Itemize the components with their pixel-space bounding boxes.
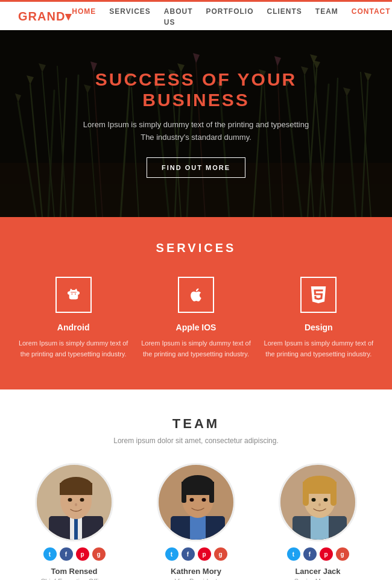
nav-services[interactable]: SERVICES — [109, 7, 150, 16]
member-name-2: Kathren Mory — [140, 567, 252, 576]
member-photo-3 — [279, 463, 357, 541]
svg-rect-67 — [182, 488, 186, 503]
member-name-3: Lancer Jack — [262, 567, 374, 576]
twitter-icon[interactable]: t — [43, 547, 57, 561]
service-ios: Apple IOS Lorem Ipsum is simply dummy te… — [141, 277, 251, 359]
team-title: TEAM — [18, 416, 374, 432]
svg-point-59 — [80, 498, 84, 502]
svg-point-80 — [324, 498, 328, 502]
facebook-icon[interactable]: f — [60, 547, 73, 561]
member-photo-2 — [157, 463, 235, 541]
pinterest-icon[interactable]: p — [198, 547, 211, 561]
member-title-2: Vice President — [140, 578, 252, 580]
service-design-title: Design — [264, 323, 374, 332]
svg-point-81 — [318, 503, 321, 506]
navbar: GRAND▾ HOME SERVICES ABOUT US PORTFOLIO … — [0, 0, 392, 30]
nav-clients[interactable]: CLIENTS — [267, 7, 302, 16]
twitter-icon[interactable]: t — [287, 547, 300, 561]
google-icon[interactable]: g — [336, 547, 349, 561]
html5-icon-box — [300, 277, 337, 313]
svg-rect-66 — [182, 482, 214, 495]
service-android: Android Lorem Ipsum is simply dummy text… — [18, 277, 128, 359]
svg-point-58 — [68, 498, 72, 502]
nav-portfolio[interactable]: PORTFOLIO — [206, 7, 253, 16]
nav-contact[interactable]: CONTACT — [352, 7, 391, 16]
member-title-3: Senior Manager — [262, 578, 374, 580]
hero-section: SUCCESS OF YOUR BUSINESS Lorem Ipsum is … — [0, 30, 392, 217]
apple-icon-box — [178, 277, 214, 313]
svg-rect-78 — [303, 482, 337, 494]
google-icon[interactable]: g — [92, 547, 106, 561]
cta-button[interactable]: FIND OUT MORE — [147, 157, 245, 178]
service-design-desc: Lorem Ipsum is simply dummy text of the … — [264, 338, 374, 359]
service-ios-title: Apple IOS — [141, 323, 251, 332]
svg-point-70 — [202, 498, 206, 502]
logo[interactable]: GRAND▾ — [18, 9, 72, 24]
hero-content: SUCCESS OF YOUR BUSINESS Lorem Ipsum is … — [83, 69, 309, 178]
member-photo-1 — [35, 463, 113, 541]
service-design: Design Lorem Ipsum is simply dummy text … — [264, 277, 374, 359]
member-title-1: Chief Executive Officer — [18, 578, 130, 580]
facebook-icon[interactable]: f — [303, 547, 317, 561]
svg-rect-57 — [60, 483, 92, 495]
svg-point-69 — [190, 498, 194, 502]
hero-title: SUCCESS OF YOUR BUSINESS — [83, 69, 309, 110]
team-member-1: t f p g Tom Rensed Chief Executive Offic… — [18, 463, 130, 580]
social-icons-2: t f p g — [140, 547, 252, 561]
team-grid: t f p g Tom Rensed Chief Executive Offic… — [18, 463, 374, 580]
facebook-icon[interactable]: f — [182, 547, 195, 561]
twitter-icon[interactable]: t — [165, 547, 179, 561]
svg-point-79 — [312, 498, 316, 502]
nav-home[interactable]: HOME — [72, 7, 96, 16]
social-icons-1: t f p g — [18, 547, 130, 561]
member-name-1: Tom Rensed — [18, 567, 130, 576]
services-grid: Android Lorem Ipsum is simply dummy text… — [18, 277, 374, 359]
hero-body: Lorem Ipsum is simply dummy text of the … — [83, 119, 309, 144]
nav-about[interactable]: ABOUT US — [164, 7, 193, 27]
pinterest-icon[interactable]: p — [76, 547, 89, 561]
service-android-title: Android — [18, 323, 128, 332]
google-icon[interactable]: g — [214, 547, 227, 561]
svg-rect-54 — [74, 518, 78, 541]
nav-team[interactable]: TEAM — [315, 7, 338, 16]
team-section: TEAM Lorem ipsum dolor sit amet, consect… — [0, 389, 392, 580]
social-icons-3: t f p g — [262, 547, 374, 561]
nav-links: HOME SERVICES ABOUT US PORTFOLIO CLIENTS… — [72, 5, 390, 27]
services-title: SERVICES — [18, 241, 374, 255]
pinterest-icon[interactable]: p — [320, 547, 333, 561]
services-section: SERVICES Android Lorem Ipsum is simply d… — [0, 217, 392, 389]
android-icon-box — [55, 277, 92, 313]
service-ios-desc: Lorem Ipsum is simply dummy text of the … — [141, 338, 251, 359]
svg-rect-63 — [190, 516, 206, 541]
svg-rect-68 — [209, 488, 214, 503]
team-subtitle: Lorem ipsum dolor sit amet, consectetur … — [18, 437, 374, 445]
service-android-desc: Lorem Ipsum is simply dummy text of the … — [18, 338, 128, 359]
svg-point-60 — [75, 503, 77, 506]
team-member-2: t f p g Kathren Mory Vice President — [140, 463, 252, 580]
team-member-3: t f p g Lancer Jack Senior Manager — [262, 463, 374, 580]
svg-rect-73 — [311, 516, 329, 541]
